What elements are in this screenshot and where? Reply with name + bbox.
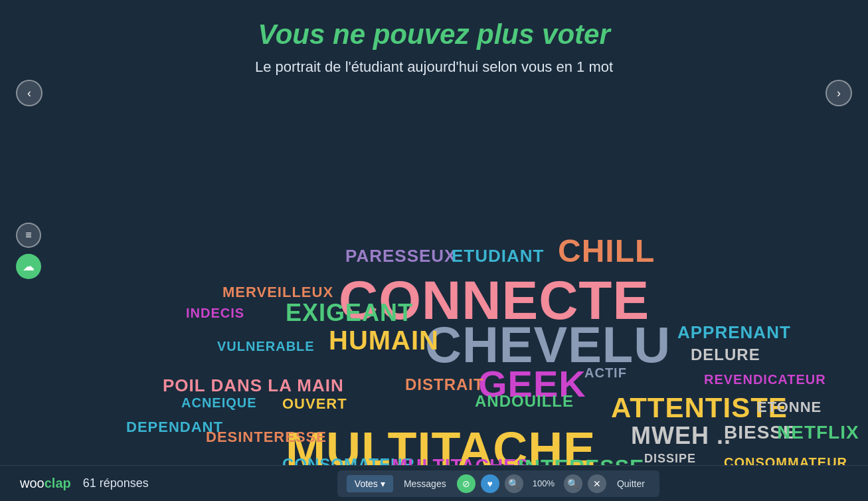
word-cloud-word: DELURE [691, 346, 760, 364]
word-cloud-word: HUMAIN [329, 326, 439, 355]
word-cloud-word: EXIGEANT [286, 299, 413, 327]
chevron-left-icon: ‹ [27, 86, 31, 100]
heart-icon: ♥ [487, 478, 493, 489]
word-cloud-word: DISTRAIT [405, 375, 484, 394]
votes-chevron-icon: ▾ [381, 478, 385, 489]
word-cloud-word: APPRENANT [677, 322, 791, 343]
wooclap-logo: wooclap [20, 476, 71, 491]
word-cloud-word: MWEH .. [631, 422, 731, 450]
quit-button[interactable]: Quitter [612, 475, 650, 492]
nav-right-button[interactable]: › [825, 80, 852, 106]
nav-left-button[interactable]: ‹ [16, 80, 43, 106]
list-icon: ≡ [25, 229, 31, 241]
word-cloud-word: DISSIPE [644, 452, 696, 466]
zoom-out-button[interactable]: 🔍 [505, 474, 523, 493]
word-cloud-word: ACTIF [584, 365, 627, 381]
toolbar: Votes ▾ Messages ⊘ ♥ 🔍 100% 🔍 ✕ Quitter [337, 470, 659, 497]
expand-button[interactable]: ✕ [588, 474, 606, 493]
word-cloud-word: NETFLIX [777, 422, 859, 443]
word-cloud-word: INDECIS [186, 306, 244, 321]
zoom-level: 100% [529, 478, 559, 488]
word-cloud-word: CHILL [558, 233, 655, 269]
word-cloud-word: OUVERT [282, 395, 347, 413]
cloud-icon: ☁ [23, 259, 35, 274]
word-cloud-word: VULNERABLE [217, 339, 315, 354]
word-cloud-word: DESINTERESSE [206, 429, 327, 446]
word-cloud-word: ETONNE [757, 399, 822, 416]
word-cloud-word: ACNEIQUE [181, 395, 257, 411]
response-count: 61 réponses [83, 476, 149, 490]
word-cloud-word: MERVEILLEUX [222, 284, 333, 301]
chevron-right-icon: › [837, 86, 841, 100]
votes-button[interactable]: Votes ▾ [347, 475, 393, 492]
page-title: Vous ne pouvez plus voter [0, 0, 868, 50]
sidebar-cloud-button[interactable]: ☁ [16, 254, 41, 279]
ban-icon: ⊘ [462, 478, 470, 489]
votes-label: Votes [355, 478, 378, 489]
toolbar-ban-button[interactable]: ⊘ [457, 474, 476, 493]
zoom-in-icon: 🔍 [567, 478, 578, 489]
word-cloud-word: ANDOUILLE [475, 392, 574, 411]
word-cloud: CONNECTECHEVELUMULTITACHECHILLGEEKHUMAIN… [53, 116, 815, 454]
word-cloud-word: ETUDIANT [452, 246, 544, 266]
footer: wooclap 61 réponses Votes ▾ Messages ⊘ ♥… [0, 465, 868, 501]
zoom-out-icon: 🔍 [508, 478, 519, 489]
zoom-in-button[interactable]: 🔍 [564, 474, 582, 493]
sidebar-list-button[interactable]: ≡ [16, 223, 41, 248]
word-cloud-word: POIL DANS LA MAIN [163, 375, 344, 396]
messages-button[interactable]: Messages [398, 475, 452, 492]
expand-icon: ✕ [593, 478, 601, 489]
toolbar-heart-button[interactable]: ♥ [481, 474, 499, 493]
word-cloud-word: REVENDICATEUR [704, 372, 826, 387]
question-subtitle: Le portrait de l'étudiant aujourd'hui se… [0, 58, 868, 76]
word-cloud-word: PARESSEUX [345, 246, 456, 266]
